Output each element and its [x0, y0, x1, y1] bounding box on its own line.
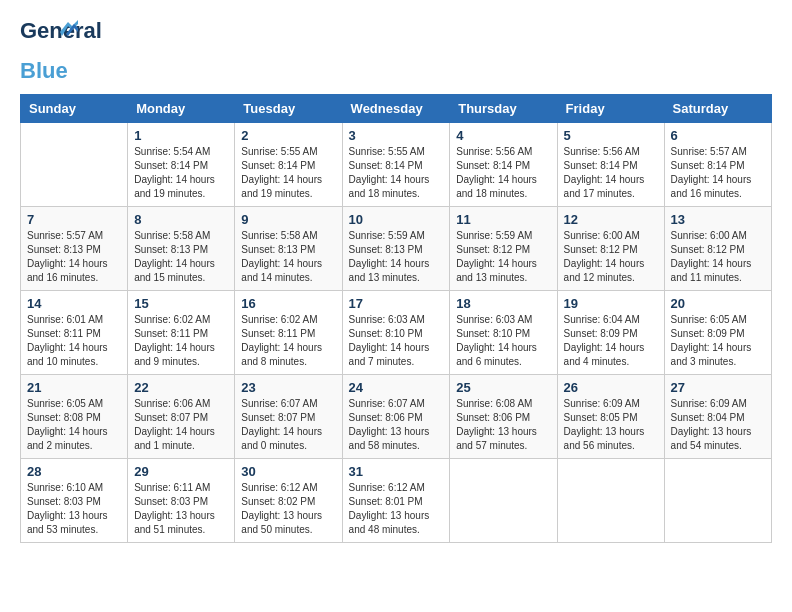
- calendar-cell: 21Sunrise: 6:05 AMSunset: 8:08 PMDayligh…: [21, 375, 128, 459]
- day-info: Sunrise: 6:12 AMSunset: 8:02 PMDaylight:…: [241, 481, 335, 537]
- day-info: Sunrise: 6:03 AMSunset: 8:10 PMDaylight:…: [456, 313, 550, 369]
- calendar-cell: [664, 459, 771, 543]
- calendar-cell: 28Sunrise: 6:10 AMSunset: 8:03 PMDayligh…: [21, 459, 128, 543]
- day-number: 14: [27, 296, 121, 311]
- day-info: Sunrise: 6:02 AMSunset: 8:11 PMDaylight:…: [241, 313, 335, 369]
- calendar-cell: 22Sunrise: 6:06 AMSunset: 8:07 PMDayligh…: [128, 375, 235, 459]
- day-number: 9: [241, 212, 335, 227]
- calendar-week-4: 21Sunrise: 6:05 AMSunset: 8:08 PMDayligh…: [21, 375, 772, 459]
- day-number: 25: [456, 380, 550, 395]
- day-number: 29: [134, 464, 228, 479]
- day-number: 27: [671, 380, 765, 395]
- day-number: 26: [564, 380, 658, 395]
- calendar-cell: 19Sunrise: 6:04 AMSunset: 8:09 PMDayligh…: [557, 291, 664, 375]
- calendar-cell: 23Sunrise: 6:07 AMSunset: 8:07 PMDayligh…: [235, 375, 342, 459]
- calendar-cell: 18Sunrise: 6:03 AMSunset: 8:10 PMDayligh…: [450, 291, 557, 375]
- calendar-cell: 4Sunrise: 5:56 AMSunset: 8:14 PMDaylight…: [450, 123, 557, 207]
- calendar-cell: 31Sunrise: 6:12 AMSunset: 8:01 PMDayligh…: [342, 459, 450, 543]
- day-info: Sunrise: 6:00 AMSunset: 8:12 PMDaylight:…: [671, 229, 765, 285]
- day-number: 11: [456, 212, 550, 227]
- day-info: Sunrise: 6:01 AMSunset: 8:11 PMDaylight:…: [27, 313, 121, 369]
- calendar-cell: 5Sunrise: 5:56 AMSunset: 8:14 PMDaylight…: [557, 123, 664, 207]
- day-info: Sunrise: 5:59 AMSunset: 8:13 PMDaylight:…: [349, 229, 444, 285]
- day-number: 4: [456, 128, 550, 143]
- calendar-header-row: SundayMondayTuesdayWednesdayThursdayFrid…: [21, 95, 772, 123]
- day-info: Sunrise: 6:03 AMSunset: 8:10 PMDaylight:…: [349, 313, 444, 369]
- calendar-cell: 8Sunrise: 5:58 AMSunset: 8:13 PMDaylight…: [128, 207, 235, 291]
- weekday-header-wednesday: Wednesday: [342, 95, 450, 123]
- day-info: Sunrise: 5:54 AMSunset: 8:14 PMDaylight:…: [134, 145, 228, 201]
- day-info: Sunrise: 5:57 AMSunset: 8:13 PMDaylight:…: [27, 229, 121, 285]
- day-number: 20: [671, 296, 765, 311]
- day-number: 3: [349, 128, 444, 143]
- logo-blue: Blue: [20, 58, 68, 84]
- day-number: 12: [564, 212, 658, 227]
- calendar-cell: 10Sunrise: 5:59 AMSunset: 8:13 PMDayligh…: [342, 207, 450, 291]
- day-number: 22: [134, 380, 228, 395]
- day-info: Sunrise: 6:12 AMSunset: 8:01 PMDaylight:…: [349, 481, 444, 537]
- day-info: Sunrise: 6:04 AMSunset: 8:09 PMDaylight:…: [564, 313, 658, 369]
- calendar-cell: 15Sunrise: 6:02 AMSunset: 8:11 PMDayligh…: [128, 291, 235, 375]
- day-info: Sunrise: 6:07 AMSunset: 8:07 PMDaylight:…: [241, 397, 335, 453]
- day-number: 23: [241, 380, 335, 395]
- weekday-header-saturday: Saturday: [664, 95, 771, 123]
- day-number: 7: [27, 212, 121, 227]
- day-number: 1: [134, 128, 228, 143]
- day-number: 16: [241, 296, 335, 311]
- day-number: 5: [564, 128, 658, 143]
- day-info: Sunrise: 5:56 AMSunset: 8:14 PMDaylight:…: [456, 145, 550, 201]
- day-number: 10: [349, 212, 444, 227]
- calendar-table: SundayMondayTuesdayWednesdayThursdayFrid…: [20, 94, 772, 543]
- calendar-week-3: 14Sunrise: 6:01 AMSunset: 8:11 PMDayligh…: [21, 291, 772, 375]
- calendar-cell: 17Sunrise: 6:03 AMSunset: 8:10 PMDayligh…: [342, 291, 450, 375]
- calendar-cell: 12Sunrise: 6:00 AMSunset: 8:12 PMDayligh…: [557, 207, 664, 291]
- calendar-cell: 30Sunrise: 6:12 AMSunset: 8:02 PMDayligh…: [235, 459, 342, 543]
- calendar-cell: 3Sunrise: 5:55 AMSunset: 8:14 PMDaylight…: [342, 123, 450, 207]
- day-number: 31: [349, 464, 444, 479]
- day-number: 13: [671, 212, 765, 227]
- day-info: Sunrise: 5:58 AMSunset: 8:13 PMDaylight:…: [241, 229, 335, 285]
- calendar-cell: 24Sunrise: 6:07 AMSunset: 8:06 PMDayligh…: [342, 375, 450, 459]
- day-info: Sunrise: 6:10 AMSunset: 8:03 PMDaylight:…: [27, 481, 121, 537]
- calendar-cell: [557, 459, 664, 543]
- calendar-week-2: 7Sunrise: 5:57 AMSunset: 8:13 PMDaylight…: [21, 207, 772, 291]
- day-number: 24: [349, 380, 444, 395]
- day-info: Sunrise: 6:05 AMSunset: 8:08 PMDaylight:…: [27, 397, 121, 453]
- weekday-header-sunday: Sunday: [21, 95, 128, 123]
- calendar-cell: 2Sunrise: 5:55 AMSunset: 8:14 PMDaylight…: [235, 123, 342, 207]
- calendar-cell: 29Sunrise: 6:11 AMSunset: 8:03 PMDayligh…: [128, 459, 235, 543]
- day-number: 21: [27, 380, 121, 395]
- day-number: 28: [27, 464, 121, 479]
- day-info: Sunrise: 6:09 AMSunset: 8:05 PMDaylight:…: [564, 397, 658, 453]
- calendar-week-1: 1Sunrise: 5:54 AMSunset: 8:14 PMDaylight…: [21, 123, 772, 207]
- day-info: Sunrise: 6:00 AMSunset: 8:12 PMDaylight:…: [564, 229, 658, 285]
- day-info: Sunrise: 6:11 AMSunset: 8:03 PMDaylight:…: [134, 481, 228, 537]
- calendar-cell: [21, 123, 128, 207]
- day-number: 2: [241, 128, 335, 143]
- day-number: 17: [349, 296, 444, 311]
- day-number: 6: [671, 128, 765, 143]
- day-number: 30: [241, 464, 335, 479]
- weekday-header-thursday: Thursday: [450, 95, 557, 123]
- calendar-cell: [450, 459, 557, 543]
- calendar-cell: 7Sunrise: 5:57 AMSunset: 8:13 PMDaylight…: [21, 207, 128, 291]
- day-number: 8: [134, 212, 228, 227]
- day-info: Sunrise: 5:59 AMSunset: 8:12 PMDaylight:…: [456, 229, 550, 285]
- calendar-cell: 13Sunrise: 6:00 AMSunset: 8:12 PMDayligh…: [664, 207, 771, 291]
- calendar-cell: 9Sunrise: 5:58 AMSunset: 8:13 PMDaylight…: [235, 207, 342, 291]
- day-number: 18: [456, 296, 550, 311]
- page-header: General Blue: [20, 20, 772, 84]
- logo: General Blue: [20, 20, 70, 84]
- calendar-body: 1Sunrise: 5:54 AMSunset: 8:14 PMDaylight…: [21, 123, 772, 543]
- day-info: Sunrise: 6:08 AMSunset: 8:06 PMDaylight:…: [456, 397, 550, 453]
- calendar-cell: 6Sunrise: 5:57 AMSunset: 8:14 PMDaylight…: [664, 123, 771, 207]
- weekday-header-monday: Monday: [128, 95, 235, 123]
- calendar-week-5: 28Sunrise: 6:10 AMSunset: 8:03 PMDayligh…: [21, 459, 772, 543]
- calendar-cell: 1Sunrise: 5:54 AMSunset: 8:14 PMDaylight…: [128, 123, 235, 207]
- calendar-cell: 26Sunrise: 6:09 AMSunset: 8:05 PMDayligh…: [557, 375, 664, 459]
- calendar-cell: 16Sunrise: 6:02 AMSunset: 8:11 PMDayligh…: [235, 291, 342, 375]
- weekday-header-tuesday: Tuesday: [235, 95, 342, 123]
- calendar-cell: 14Sunrise: 6:01 AMSunset: 8:11 PMDayligh…: [21, 291, 128, 375]
- day-info: Sunrise: 6:09 AMSunset: 8:04 PMDaylight:…: [671, 397, 765, 453]
- day-info: Sunrise: 6:05 AMSunset: 8:09 PMDaylight:…: [671, 313, 765, 369]
